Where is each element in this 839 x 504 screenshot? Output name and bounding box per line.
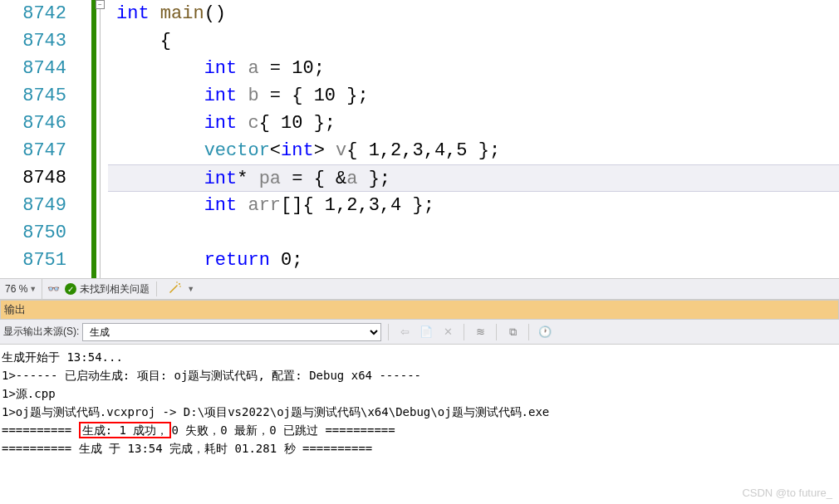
output-panel-title: 输出 [4, 302, 26, 317]
zoom-value: 76 % [5, 283, 27, 295]
check-circle-icon: ✓ [65, 283, 76, 295]
line-number: 8751 [0, 247, 66, 274]
output-panel-tab[interactable]: 输出 [0, 300, 839, 320]
svg-point-1 [176, 281, 178, 283]
svg-point-2 [179, 286, 181, 287]
clock-icon[interactable]: 🕐 [536, 323, 554, 341]
output-result-line: ========== 生成: 1 成功，0 失败，0 最新，0 已跳过 ====… [2, 421, 837, 439]
code-line[interactable]: int main() [108, 0, 839, 27]
output-source-select[interactable]: 生成 [82, 323, 381, 341]
chevron-down-icon: ▼ [29, 285, 37, 293]
line-number: 8746 [0, 110, 66, 137]
line-number: 8742 [0, 0, 66, 27]
code-line[interactable]: { [108, 27, 839, 55]
code-line[interactable] [108, 219, 839, 247]
link-icon[interactable]: ⧉ [503, 323, 522, 341]
output-line: 1>oj题与测试代码.vcxproj -> D:\项目vs2022\oj题与测试… [2, 403, 837, 421]
output-toolbar: 显示输出来源(S): 生成 ⇦ 📄 ✕ ≋ ⧉ 🕐 [0, 320, 839, 345]
zoom-level[interactable]: 76 % ▼ [0, 279, 42, 299]
fold-guide [100, 0, 101, 278]
code-line[interactable]: vector<int> v{ 1,2,3,4,5 }; [108, 137, 839, 164]
separator [388, 324, 389, 340]
code-margin: − [91, 0, 108, 278]
output-timing-line: ========== 生成 于 13:54 完成，耗时 01.281 秒 ===… [2, 439, 837, 458]
word-wrap-icon[interactable]: ≋ [471, 323, 489, 341]
watermark: CSDN @to future_ [742, 487, 832, 499]
svg-point-0 [179, 283, 180, 285]
output-line: 1>------ 已启动生成: 项目: oj题与测试代码, 配置: Debug … [2, 366, 837, 384]
separator [528, 324, 529, 340]
line-number: 8743 [0, 27, 66, 55]
code-line[interactable]: int a = 10; [108, 55, 839, 82]
line-number: 8745 [0, 82, 66, 110]
editor-status-bar: 76 % ▼ 👓 ✓ 未找到相关问题 ▼ [0, 278, 839, 300]
output-line: 生成开始于 13:54... [2, 348, 837, 366]
wand-icon[interactable] [169, 281, 182, 297]
goto-next-icon: 📄 [417, 323, 435, 341]
separator [464, 324, 464, 340]
line-number: 8749 [0, 192, 66, 219]
glasses-icon[interactable]: 👓 [47, 283, 60, 295]
separator [156, 281, 157, 296]
code-line[interactable]: int c{ 10 }; [108, 110, 839, 137]
goto-prev-icon: ⇦ [395, 323, 414, 341]
change-indicator [91, 0, 96, 278]
chevron-down-icon: ▼ [187, 285, 194, 293]
output-text[interactable]: 生成开始于 13:54...1>------ 已启动生成: 项目: oj题与测试… [0, 345, 839, 461]
separator [496, 324, 497, 340]
line-number: 8748 [0, 164, 66, 192]
line-number: 8747 [0, 137, 66, 164]
output-source-label: 显示输出来源(S): [3, 325, 79, 339]
line-number-gutter: 8742874387448745874687478748874987508751 [0, 0, 91, 278]
code-line[interactable]: int arr[]{ 1,2,3,4 }; [108, 192, 839, 219]
code-editor[interactable]: 8742874387448745874687478748874987508751… [0, 0, 839, 278]
fold-toggle-icon[interactable]: − [96, 0, 105, 9]
code-line[interactable]: int* pa = { &a }; [108, 164, 839, 192]
code-line[interactable]: int b = { 10 }; [108, 82, 839, 110]
code-line[interactable]: return 0; [108, 247, 839, 274]
line-number: 8750 [0, 219, 66, 247]
output-line: 1>源.cpp [2, 384, 837, 403]
code-content[interactable]: int main() { int a = 10; int b = { 10 };… [108, 0, 839, 278]
no-issues-label: 未找到相关问题 [80, 282, 150, 296]
line-number: 8744 [0, 55, 66, 82]
clear-icon: ✕ [439, 323, 457, 341]
build-success-highlight: 生成: 1 成功， [79, 422, 172, 438]
